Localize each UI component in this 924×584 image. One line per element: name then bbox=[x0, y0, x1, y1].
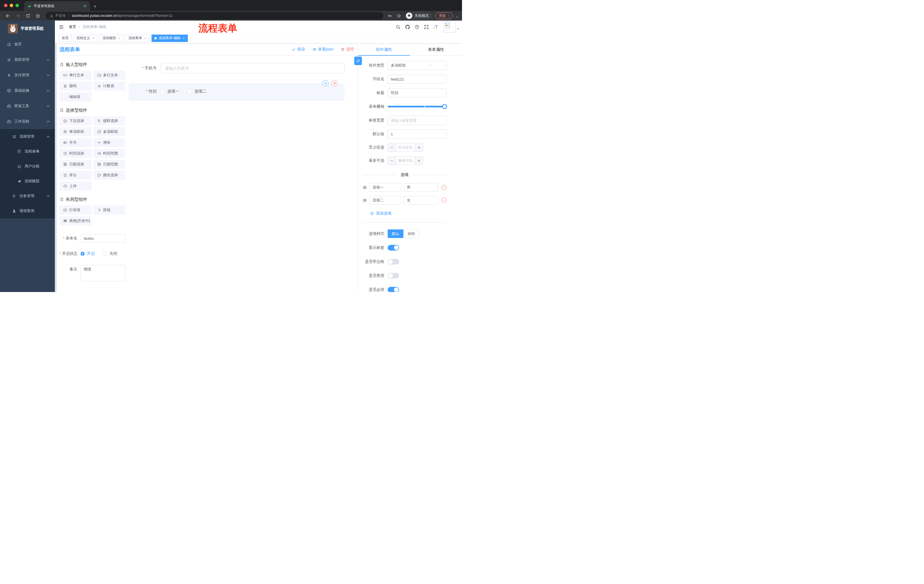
tag-close-icon[interactable] bbox=[92, 37, 95, 39]
close-window-button[interactable] bbox=[4, 4, 7, 7]
palette-scrollbar[interactable] bbox=[55, 43, 57, 292]
fullscreen-icon[interactable] bbox=[424, 25, 429, 30]
tag-process-model[interactable]: 流程模型 bbox=[99, 35, 124, 42]
min-select-stepper[interactable]: 至少应选 bbox=[388, 143, 423, 152]
tab-component-props[interactable]: 组件属性 bbox=[358, 43, 410, 56]
chip-cascader[interactable]: 级联选择 bbox=[94, 116, 125, 125]
option-value-input[interactable] bbox=[404, 196, 438, 204]
browser-tab[interactable]: 芋道管理系统 bbox=[24, 1, 90, 11]
radio-on-label[interactable]: 开启 bbox=[87, 249, 95, 258]
delete-component-button[interactable] bbox=[332, 80, 338, 86]
clear-button[interactable]: 清空 bbox=[341, 47, 354, 52]
sidebar-item-process-form[interactable]: 流程表单 bbox=[0, 144, 55, 159]
font-size-icon[interactable]: tT bbox=[433, 25, 438, 30]
form-name-input[interactable] bbox=[81, 234, 125, 243]
not-secure-icon[interactable] bbox=[50, 14, 53, 18]
drag-handle-icon[interactable] bbox=[363, 185, 367, 190]
max-select-value[interactable]: 最多可选 bbox=[396, 156, 415, 165]
phone-field-row[interactable]: 手机号 bbox=[129, 63, 345, 73]
field-name-input[interactable] bbox=[388, 74, 447, 84]
option-value-input[interactable] bbox=[404, 183, 438, 192]
sidebar-item-system[interactable]: 系统管理 bbox=[0, 52, 55, 67]
decrease-button[interactable] bbox=[388, 156, 396, 165]
chip-slider[interactable]: 滑块 bbox=[94, 138, 125, 147]
chip-single-text[interactable]: 单行文本 bbox=[59, 71, 91, 80]
reload-button[interactable] bbox=[25, 13, 30, 18]
window-controls[interactable] bbox=[0, 4, 24, 11]
label-width-input[interactable] bbox=[388, 116, 447, 125]
chip-password[interactable]: 密码 bbox=[59, 81, 91, 90]
sidebar-item-devtools[interactable]: 研发工具 bbox=[0, 98, 55, 114]
option-name-input[interactable] bbox=[370, 196, 401, 204]
max-select-stepper[interactable]: 最多可选 bbox=[388, 156, 423, 165]
option-name-input[interactable] bbox=[370, 183, 401, 192]
style-default-button[interactable]: 默认 bbox=[388, 229, 403, 238]
chip-multi-text[interactable]: 多行文本 bbox=[94, 71, 125, 80]
min-select-value[interactable]: 至少应选 bbox=[396, 143, 415, 151]
tag-home[interactable]: 首页 bbox=[59, 35, 71, 42]
bookmark-star-icon[interactable] bbox=[397, 14, 401, 18]
search-icon[interactable] bbox=[396, 25, 401, 30]
sidebar-item-process-model[interactable]: 流程模型 bbox=[0, 174, 55, 189]
zoom-window-button[interactable] bbox=[15, 4, 19, 7]
gender-option-1[interactable]: 选项一 bbox=[161, 89, 179, 94]
chip-button[interactable]: 按钮 bbox=[94, 206, 125, 215]
drag-handle-icon[interactable] bbox=[363, 198, 367, 202]
chrome-caret-icon[interactable] bbox=[456, 16, 459, 18]
chip-time-range[interactable]: 时间范围 bbox=[94, 149, 125, 158]
link-tag-icon[interactable] bbox=[354, 57, 362, 65]
chip-rate[interactable]: 评分 bbox=[59, 171, 91, 180]
sidebar-item-user-group[interactable]: 用户分组 bbox=[0, 159, 55, 174]
chip-time[interactable]: 时间选择 bbox=[59, 149, 91, 158]
tag-close-icon[interactable] bbox=[144, 37, 147, 39]
chip-date-range[interactable]: 日期范围 bbox=[94, 160, 125, 169]
checkbox[interactable] bbox=[161, 89, 165, 94]
view-json-button[interactable]: 查看json bbox=[312, 47, 333, 52]
sidebar-item-task-mgmt[interactable]: 任务管理 bbox=[0, 189, 55, 204]
chip-row-container[interactable]: 行容器 bbox=[59, 206, 91, 215]
minimize-window-button[interactable] bbox=[10, 4, 13, 7]
slider-handle[interactable] bbox=[442, 104, 447, 109]
breadcrumb-home[interactable]: 首页 bbox=[69, 24, 76, 30]
increase-button[interactable] bbox=[415, 156, 423, 165]
chip-counter[interactable]: 123计数器 bbox=[94, 81, 125, 90]
style-button-button[interactable]: 按钮 bbox=[403, 229, 419, 238]
checkbox[interactable] bbox=[188, 89, 192, 94]
copy-component-button[interactable] bbox=[322, 80, 328, 86]
chip-table[interactable]: 表格[开发中] bbox=[59, 216, 91, 225]
radio-off[interactable] bbox=[103, 252, 107, 256]
remove-option-button[interactable] bbox=[441, 185, 447, 190]
chip-editor[interactable]: 编辑器 bbox=[59, 92, 91, 102]
github-icon[interactable] bbox=[405, 25, 410, 30]
address-bar[interactable]: 不安全 dashboard.yudao.iocoder.cn/bpm/manag… bbox=[46, 12, 383, 20]
chip-color[interactable]: 颜色选择 bbox=[94, 171, 125, 180]
title-input[interactable] bbox=[388, 88, 447, 97]
form-grid-slider[interactable] bbox=[388, 102, 447, 111]
back-button[interactable] bbox=[5, 13, 10, 18]
chip-switch[interactable]: 开关 bbox=[59, 138, 91, 147]
increase-button[interactable] bbox=[415, 143, 423, 151]
tag-close-icon[interactable] bbox=[118, 37, 120, 39]
help-icon[interactable] bbox=[414, 25, 419, 30]
decrease-button[interactable] bbox=[388, 143, 396, 151]
remove-option-button[interactable] bbox=[441, 198, 447, 203]
show-label-toggle[interactable] bbox=[388, 245, 399, 250]
tag-process-def[interactable]: 流程定义 bbox=[73, 35, 97, 42]
selected-component-gender[interactable]: 性别 选项一 选项二 bbox=[129, 83, 345, 101]
sidebar-collapse-icon[interactable] bbox=[59, 25, 64, 30]
password-key-icon[interactable] bbox=[388, 14, 392, 18]
tab-close-icon[interactable] bbox=[83, 4, 87, 8]
tab-form-props[interactable]: 表单属性 bbox=[410, 43, 462, 56]
chip-radio-group[interactable]: 单选框组 bbox=[59, 127, 91, 136]
required-toggle[interactable] bbox=[388, 287, 399, 292]
forward-button[interactable] bbox=[15, 13, 20, 18]
sidebar-item-payment[interactable]: ¥ 支付管理 bbox=[0, 67, 55, 83]
component-type-select[interactable]: 多选框组 bbox=[388, 61, 447, 70]
app-logo[interactable]: 芋道管理系统 bbox=[0, 21, 55, 36]
tag-process-form[interactable]: 流程表单 bbox=[125, 35, 150, 42]
save-button[interactable]: 保存 bbox=[292, 47, 305, 52]
home-button[interactable] bbox=[35, 13, 40, 18]
sidebar-item-leave-query[interactable]: 请假查询 bbox=[0, 204, 55, 218]
avatar-caret-icon[interactable] bbox=[457, 28, 459, 30]
radio-off-label[interactable]: 关闭 bbox=[109, 249, 117, 258]
